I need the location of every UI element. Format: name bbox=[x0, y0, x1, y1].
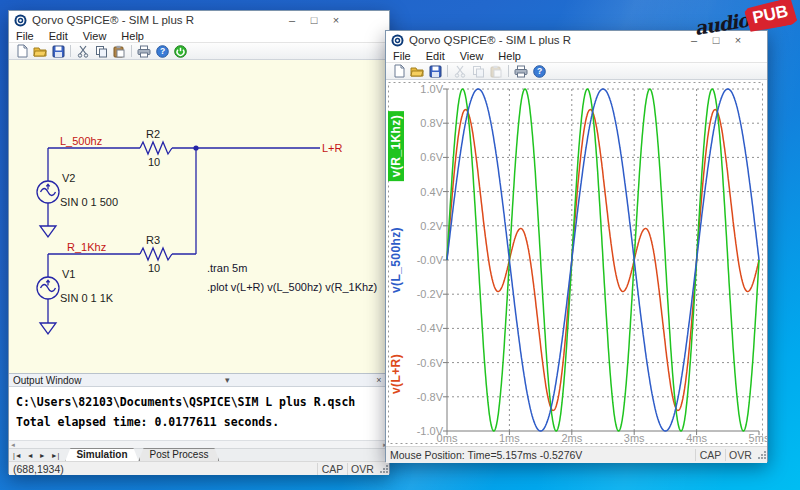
tab-simulation[interactable]: Simulation bbox=[65, 448, 138, 461]
menu-edit[interactable]: Edit bbox=[426, 50, 445, 62]
directive-plot[interactable]: .plot v(L+R) v(L_500hz) v(R_1Khz) bbox=[207, 281, 377, 293]
resistor-r2[interactable] bbox=[140, 142, 172, 154]
schematic-window-title: Qorvo QSPICE® - SIM L plus R bbox=[32, 14, 194, 26]
output-window-body: C:\Users\82103\Documents\QSPICE\SIM L pl… bbox=[9, 387, 389, 440]
x-tick-label: 5ms bbox=[739, 432, 767, 444]
toolbar-separator bbox=[131, 45, 132, 57]
cut-icon[interactable] bbox=[74, 44, 92, 59]
minimize-button[interactable]: – bbox=[281, 11, 303, 29]
y-tick-label: 0.4V bbox=[402, 186, 443, 198]
y-tick-label: -0.2V bbox=[402, 288, 443, 300]
x-tick-label: 1ms bbox=[489, 432, 529, 444]
menu-file[interactable]: File bbox=[393, 50, 411, 62]
caps-indicator: CAP bbox=[695, 449, 725, 461]
new-file-icon[interactable] bbox=[390, 64, 408, 79]
run-simulation-icon[interactable] bbox=[171, 44, 189, 59]
tab-nav-buttons: |◄ ◄ ► ►| bbox=[9, 452, 65, 461]
net-label-l500hz[interactable]: L_500hz bbox=[60, 135, 102, 147]
net-label-r1khz[interactable]: R_1Khz bbox=[67, 241, 106, 253]
waveform-window: Qorvo QSPICE® - SIM L plus R – □ × File … bbox=[385, 30, 768, 462]
print-icon[interactable] bbox=[135, 44, 153, 59]
v2-ref[interactable]: V2 bbox=[62, 172, 75, 184]
v1-value[interactable]: SIN 0 1 1K bbox=[60, 292, 114, 304]
output-close-icon[interactable]: × bbox=[373, 375, 385, 385]
new-file-icon[interactable] bbox=[13, 44, 31, 59]
output-line: C:\Users\82103\Documents\QSPICE\SIM L pl… bbox=[16, 392, 389, 412]
menu-help[interactable]: Help bbox=[498, 50, 521, 62]
directive-tran[interactable]: .tran 5m bbox=[207, 262, 247, 274]
toolbar-separator bbox=[70, 45, 71, 57]
waveform-plot-area[interactable]: 1.0V0.8V0.6V0.4V0.2V-0.0V-0.2V-0.4V-0.6V… bbox=[386, 80, 767, 446]
x-tick-label: 0ms bbox=[427, 432, 467, 444]
tab-prev-icon[interactable]: ◄ bbox=[27, 452, 34, 459]
scroll-left-icon[interactable]: ◄ bbox=[10, 441, 16, 449]
copy-icon[interactable] bbox=[92, 44, 110, 59]
overwrite-indicator: OVR bbox=[725, 449, 755, 461]
wire-junction bbox=[193, 145, 198, 150]
r2-ref[interactable]: R2 bbox=[146, 128, 160, 140]
circuit-wires bbox=[37, 142, 320, 334]
audiopub-pub-badge: PUB bbox=[744, 0, 798, 34]
close-button[interactable]: × bbox=[325, 11, 347, 29]
open-folder-icon[interactable] bbox=[408, 64, 426, 79]
tab-last-icon[interactable]: ►| bbox=[51, 452, 60, 459]
y-tick-label: -0.4V bbox=[402, 322, 443, 334]
resize-grip[interactable] bbox=[757, 450, 767, 460]
help-icon[interactable]: ? bbox=[530, 64, 548, 79]
cut-icon-disabled bbox=[451, 64, 469, 79]
trace-label-v(R_1Khz)[interactable]: v(R_1Khz) bbox=[388, 111, 404, 181]
y-tick-label: -0.8V bbox=[402, 391, 443, 403]
resize-grip[interactable] bbox=[379, 464, 389, 474]
open-folder-icon[interactable] bbox=[31, 44, 49, 59]
trace-label-v(L_500hz)[interactable]: v(L_500hz) bbox=[389, 227, 403, 293]
mouse-position-readout: Mouse Position: Time=5.157ms -0.5276V bbox=[386, 449, 695, 461]
menu-view[interactable]: View bbox=[83, 30, 107, 42]
save-icon[interactable] bbox=[426, 64, 444, 79]
trace-label-v(L+R)[interactable]: v(L+R) bbox=[389, 354, 403, 394]
toolbar-separator bbox=[447, 65, 448, 77]
qspice-app-icon bbox=[14, 14, 27, 27]
y-tick-label: 0.2V bbox=[402, 220, 443, 232]
tab-first-icon[interactable]: |◄ bbox=[13, 452, 22, 459]
overwrite-indicator: OVR bbox=[347, 463, 377, 475]
schematic-titlebar[interactable]: Qorvo QSPICE® - SIM L plus R – □ × bbox=[9, 11, 389, 29]
y-tick-label: -0.6V bbox=[402, 357, 443, 369]
output-collapse-icon[interactable]: ▾ bbox=[221, 375, 233, 385]
r2-value[interactable]: 10 bbox=[148, 156, 160, 168]
ground-symbol bbox=[40, 323, 56, 334]
waveform-toolbar: ? bbox=[386, 63, 767, 80]
caps-indicator: CAP bbox=[317, 463, 347, 475]
waveform-menubar: File Edit View Help bbox=[386, 49, 767, 63]
tab-post-process[interactable]: Post Process bbox=[139, 448, 220, 461]
copy-icon-disabled bbox=[469, 64, 487, 79]
menu-file[interactable]: File bbox=[16, 30, 34, 42]
y-tick-label: 1.0V bbox=[402, 83, 443, 95]
output-window-title: Output Window bbox=[13, 375, 81, 386]
desktop: { "watermark": { "audio": "audio", "pub"… bbox=[0, 0, 800, 490]
waveform-statusbar: Mouse Position: Time=5.157ms -0.5276V CA… bbox=[386, 446, 767, 463]
menu-view[interactable]: View bbox=[460, 50, 484, 62]
net-label-l-plus-r[interactable]: L+R bbox=[322, 142, 343, 154]
schematic-canvas[interactable]: L_500hz L+R R_1Khz R2 10 R3 10 V2 SIN 0 … bbox=[9, 60, 389, 373]
tab-next-icon[interactable]: ► bbox=[39, 452, 46, 459]
svg-text:?: ? bbox=[159, 46, 164, 56]
paste-icon[interactable] bbox=[110, 44, 128, 59]
maximize-button[interactable]: □ bbox=[303, 11, 325, 29]
v1-ref[interactable]: V1 bbox=[62, 268, 75, 280]
help-icon[interactable]: ? bbox=[153, 44, 171, 59]
resistor-r3[interactable] bbox=[140, 248, 172, 260]
schematic-statusbar: (688,1934) CAP OVR bbox=[9, 461, 389, 475]
menu-edit[interactable]: Edit bbox=[49, 30, 68, 42]
y-tick-label: 0.6V bbox=[402, 151, 443, 163]
menu-help[interactable]: Help bbox=[121, 30, 144, 42]
x-tick-label: 2ms bbox=[552, 432, 592, 444]
print-icon[interactable] bbox=[512, 64, 530, 79]
r3-value[interactable]: 10 bbox=[148, 262, 160, 274]
output-horizontal-scrollbar[interactable]: ◄ ► bbox=[9, 440, 389, 448]
v2-value[interactable]: SIN 0 1 500 bbox=[60, 196, 118, 208]
waveform-window-title: Qorvo QSPICE® - SIM L plus R bbox=[409, 34, 571, 46]
r3-ref[interactable]: R3 bbox=[146, 234, 160, 246]
output-line: Total elapsed time: 0.0177611 seconds. bbox=[16, 412, 389, 432]
save-icon[interactable] bbox=[49, 44, 67, 59]
x-tick-label: 3ms bbox=[614, 432, 654, 444]
